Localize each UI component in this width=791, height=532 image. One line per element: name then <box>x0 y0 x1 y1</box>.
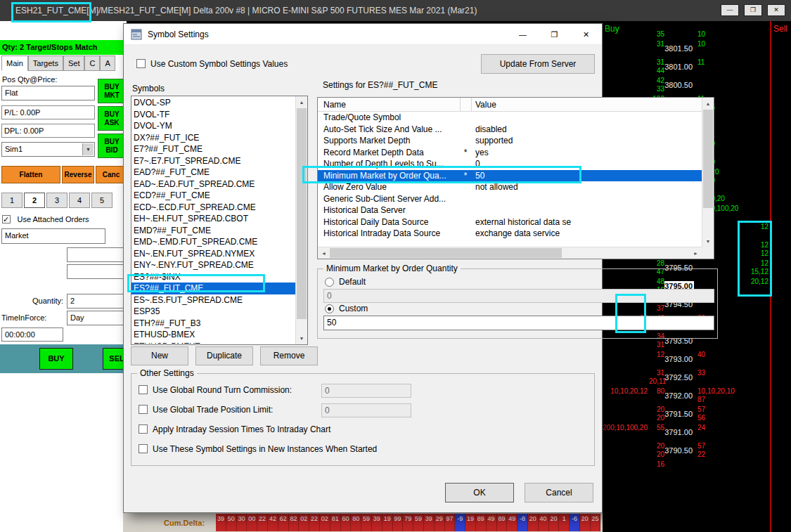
scroll-down-icon[interactable]: ▼ <box>702 235 714 247</box>
settings-row[interactable]: Supports Market Depthsupported <box>318 135 702 147</box>
ladder-r-cell[interactable]: 40 <box>697 351 738 359</box>
flatten-button[interactable]: Flatten <box>1 166 60 183</box>
other-setting-checkbox[interactable] <box>139 385 148 394</box>
qty-button-2[interactable]: 2 <box>24 193 45 208</box>
ladder-l-cell[interactable]: 4233 <box>649 77 664 93</box>
symbol-list-item[interactable]: EMD?##_FUT_CME <box>131 225 295 237</box>
buy-market-button[interactable]: BUY MKT <box>98 79 126 103</box>
settings-row[interactable]: Historical Intraday Data Sourceexchange … <box>318 228 702 240</box>
other-setting-checkbox[interactable] <box>139 424 148 434</box>
ladder-fr-cell[interactable]: 20,12 <box>739 278 769 286</box>
scroll-up-icon[interactable]: ▲ <box>296 96 307 108</box>
price-input-1[interactable] <box>67 247 125 262</box>
symbol-list-item[interactable]: ETHUSD-BMEX <box>131 329 295 341</box>
order-type-select[interactable]: Market <box>1 228 105 244</box>
time-field[interactable]: 00:00:00 <box>1 327 63 342</box>
scrollbar-thumb[interactable] <box>330 248 562 258</box>
ladder-l-cell[interactable]: 3144 <box>649 58 664 75</box>
dom-row[interactable]: 313801.5010 <box>603 39 791 58</box>
settings-row[interactable]: Record Market Depth Data*yes <box>318 147 702 159</box>
dialog-maximize-button[interactable]: ❐ <box>539 24 570 45</box>
cancel-dialog-button[interactable]: Cancel <box>525 483 593 502</box>
ladder-fl-cell[interactable]: 200,10,100,20 <box>603 424 648 432</box>
symbol-list-item[interactable]: ENY~.ENY.FUT_SPREAD.CME <box>131 259 295 271</box>
dom-row[interactable]: 16 <box>603 460 791 478</box>
buy-button[interactable]: BUY <box>39 348 73 370</box>
scroll-right-icon[interactable]: ► <box>690 247 702 259</box>
settings-row[interactable]: Trade/Quote Symbol <box>318 112 702 124</box>
ladder-l-cell[interactable]: 12 <box>649 351 664 359</box>
symbol-list-item[interactable]: ES?##-$INX <box>131 271 295 283</box>
ladder-fr-cell[interactable]: 1212 <box>739 241 769 258</box>
scroll-down-icon[interactable]: ▼ <box>296 332 307 344</box>
symbol-list-item[interactable]: DVOL-TF <box>131 109 295 121</box>
symbol-list-item[interactable]: ES?##_FUT_CME <box>131 283 295 294</box>
symbol-list-item[interactable]: EAD?##_FUT_CME <box>131 167 295 179</box>
dom-row[interactable]: 31443801.0011 <box>603 58 791 76</box>
column-header-name[interactable]: Name <box>323 98 346 112</box>
chevron-down-icon[interactable]: ▼ <box>82 143 94 155</box>
default-radio[interactable] <box>325 278 334 287</box>
price-input-2[interactable] <box>67 264 125 279</box>
table-vscrollbar[interactable]: ▲ ▼ <box>702 98 714 247</box>
settings-row[interactable]: Number of Depth Levels to Su...0 <box>318 158 702 170</box>
ladder-l-cell[interactable]: 55 <box>649 424 664 432</box>
settings-row[interactable]: Allow Zero Valuenot allowed <box>318 181 702 193</box>
ladder-l-cell[interactable]: 80 <box>649 387 664 396</box>
ok-button[interactable]: OK <box>445 483 514 502</box>
tab-a[interactable]: A <box>100 56 115 71</box>
remove-button[interactable]: Remove <box>260 346 318 365</box>
symbol-list-item[interactable]: DVOL-YM <box>131 120 295 132</box>
qty-button-5[interactable]: 5 <box>91 193 112 208</box>
dialog-titlebar[interactable]: Symbol Settings — ❐ ✕ <box>124 24 602 45</box>
symbol-list-item[interactable]: ES~.ES.FUT_SPREAD.CME <box>131 294 295 306</box>
ladder-l-cell[interactable]: 2020 <box>649 442 664 459</box>
account-select[interactable]: Sim1 ▼ <box>1 142 95 157</box>
symbols-list[interactable]: DVOL-SPDVOL-TFDVOL-YMDX?##_FUT_ICEE7?##_… <box>131 96 308 345</box>
symbol-list-item[interactable]: EAD~.EAD.FUT_SPREAD.CME <box>131 179 295 190</box>
settings-row[interactable]: Historical Data Server <box>318 205 702 216</box>
symbol-list-item[interactable]: ECD~.ECD.FUT_SPREAD.CME <box>131 202 295 214</box>
ladder-r-cell[interactable]: 11 <box>697 58 738 67</box>
ladder-fr-cell[interactable]: 1215,12 <box>739 259 769 276</box>
qty-button-4[interactable]: 4 <box>69 193 90 208</box>
other-setting-checkbox[interactable] <box>139 405 148 414</box>
table-hscrollbar[interactable]: ◄ ► <box>318 247 702 259</box>
symbol-list-item[interactable]: DX?##_FUT_ICE <box>131 132 295 144</box>
symbol-list-item[interactable]: DVOL-SP <box>131 97 295 109</box>
ladder-r-cell[interactable]: 5756 <box>697 406 738 422</box>
ladder-r-cell[interactable]: 5722 <box>697 442 738 459</box>
scrollbar-thumb[interactable] <box>703 110 713 208</box>
ladder-r-cell[interactable]: 33 <box>697 369 738 377</box>
ladder-fr-cell[interactable]: 12 <box>739 223 769 231</box>
ladder-r-cell[interactable]: 10,10,20,1087 <box>697 387 738 404</box>
buy-bid-button[interactable]: BUY BID <box>98 134 126 158</box>
tab-main[interactable]: Main <box>1 56 28 71</box>
ladder-fl-cell[interactable]: 10,10,20,12 <box>603 387 648 396</box>
other-setting-checkbox[interactable] <box>139 444 148 453</box>
settings-row[interactable]: Generic Sub-Client Server Add... <box>318 193 702 205</box>
window-maximize-button[interactable]: ❐ <box>744 4 762 16</box>
dom-row[interactable]: 42333800.50 <box>603 76 791 94</box>
symbol-list-item[interactable]: ESP35 <box>131 306 295 318</box>
settings-row[interactable]: Minimum Market by Order Qua...*50 <box>318 170 702 182</box>
new-button[interactable]: New <box>131 346 188 365</box>
scroll-up-icon[interactable]: ▲ <box>702 98 714 110</box>
column-header-value[interactable]: Value <box>475 98 496 112</box>
symbol-list-item[interactable]: EH~.EH.FUT_SPREAD.CBOT <box>131 213 295 225</box>
window-close-button[interactable]: ✕ <box>767 4 785 16</box>
dom-row[interactable]: 20203791.505756 <box>603 405 791 423</box>
use-attached-orders-checkbox[interactable]: ✓ <box>2 215 11 223</box>
ladder-l-cell[interactable]: 16 <box>649 460 664 469</box>
symbol-list-item[interactable]: E7~.E7.FUT_SPREAD.CME <box>131 155 295 167</box>
scrollbar-thumb[interactable] <box>297 108 307 319</box>
scroll-left-icon[interactable]: ◄ <box>318 247 330 259</box>
cancel-button[interactable]: Canc <box>96 166 127 183</box>
tab-targets[interactable]: Targets <box>28 56 63 71</box>
settings-row[interactable]: Auto-Set Tick Size And Value ...disabled <box>318 124 702 136</box>
symbol-list-item[interactable]: ECD?##_FUT_CME <box>131 190 295 202</box>
ladder-r-cell[interactable]: 10 <box>697 40 738 48</box>
dom-row[interactable]: 20203790.505722 <box>603 441 791 460</box>
dom-row[interactable]: 123793.0040 <box>603 350 791 368</box>
qty-button-1[interactable]: 1 <box>1 193 22 208</box>
